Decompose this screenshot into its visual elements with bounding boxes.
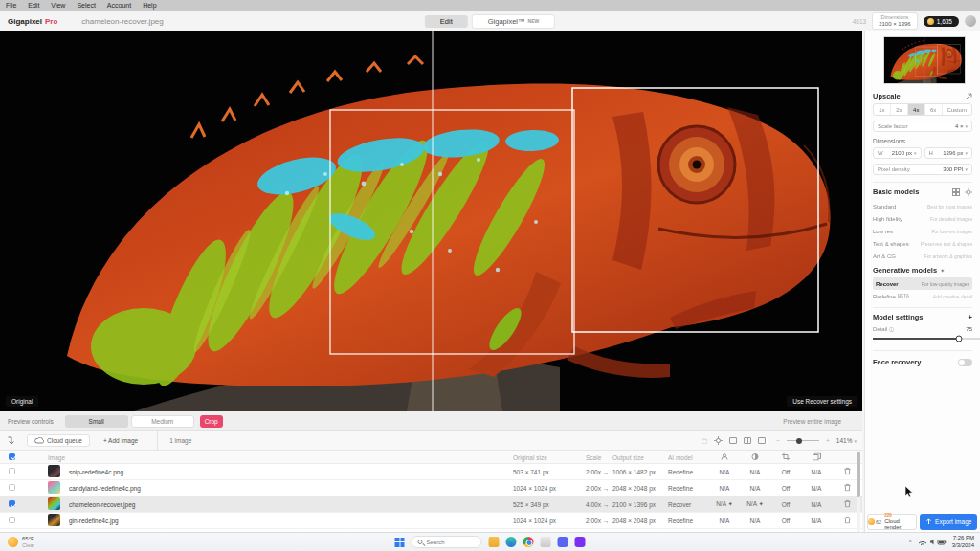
model-standard[interactable]: Standard Best for most images <box>873 200 972 212</box>
chevron-down-icon: ▾ <box>854 438 857 444</box>
table-scrollbar[interactable] <box>857 452 860 532</box>
weather-temp: 65°F <box>22 536 34 542</box>
windows-start-button[interactable] <box>395 538 405 547</box>
trash-icon <box>844 500 851 508</box>
scale-4x-button[interactable]: 4x <box>908 104 925 115</box>
menu-edit[interactable]: Edit <box>28 2 39 9</box>
delete-row-button[interactable] <box>844 517 851 525</box>
export-image-button[interactable]: Export image <box>920 514 977 530</box>
mode-tabs: Edit Gigapixel™ NEW <box>425 14 555 29</box>
side-by-side-view-icon[interactable] <box>758 437 766 444</box>
scale-6x-button[interactable]: 6x <box>925 104 943 115</box>
preview-size-small-button[interactable]: Small <box>65 415 128 428</box>
header-scale: Scale <box>586 453 601 460</box>
zoom-out-button[interactable]: − <box>776 437 780 444</box>
menu-help[interactable]: Help <box>143 2 156 9</box>
table-row[interactable]: gin-redefine4c.jpg 1024 × 1024 px 2.00x … <box>0 513 862 529</box>
crop-button[interactable]: Crop <box>200 415 223 428</box>
zoom-slider[interactable] <box>787 440 819 441</box>
settings-gear-icon[interactable] <box>714 436 723 445</box>
model-text-shapes[interactable]: Text & shapes Preserves text & shapes <box>873 237 972 250</box>
scale-factor-field[interactable]: Scale factor 4 ×▾ <box>873 121 972 132</box>
discord-icon[interactable] <box>558 537 568 547</box>
select-all-checkbox[interactable] <box>9 453 15 460</box>
delete-row-button[interactable] <box>844 468 851 476</box>
export-image-label: Export image <box>935 518 971 525</box>
navigator-thumbnail[interactable] <box>883 36 966 84</box>
credits-pill[interactable]: 1,635 <box>924 16 959 27</box>
cloud-queue-button[interactable]: Cloud queue <box>27 434 90 447</box>
menu-account[interactable]: Account <box>107 2 131 9</box>
zoom-in-button[interactable]: + <box>826 437 830 444</box>
tab-gigapixel[interactable]: Gigapixel™ NEW <box>472 14 555 29</box>
resize-icon[interactable] <box>965 93 972 100</box>
table-row[interactable]: candyland-redefine4c.png 1024 × 1024 px … <box>0 480 862 496</box>
row-versions: N/A <box>808 501 825 508</box>
sort-button[interactable] <box>8 436 15 445</box>
detail-slider[interactable] <box>873 338 980 340</box>
menu-select[interactable]: Select <box>77 2 95 9</box>
taskbar-search[interactable]: Search <box>412 536 482 548</box>
crosshair-icon[interactable] <box>965 188 972 196</box>
height-field[interactable]: H 1396 px▾ <box>924 147 973 159</box>
plus-icon[interactable]: + <box>969 313 972 321</box>
delete-row-button[interactable] <box>844 484 851 493</box>
edge-browser-icon[interactable] <box>506 537 517 547</box>
dimensions-subhead: Dimensions <box>873 138 972 144</box>
table-row[interactable]: snip-redefine4c.png 503 × 741 px 2.00x →… <box>0 464 862 480</box>
row-versions: N/A <box>808 485 825 492</box>
scale-2x-button[interactable]: 2x <box>891 104 908 115</box>
tray-chevron-icon[interactable]: ^ <box>909 540 912 545</box>
app-pro-badge: Pro <box>45 17 57 26</box>
model-art-cg[interactable]: Art & CG For artwork & graphics <box>873 250 972 262</box>
row-checkbox[interactable] <box>9 468 15 474</box>
model-low-res[interactable]: Low res For low-res images <box>873 225 972 237</box>
row-checkbox[interactable] <box>9 484 15 491</box>
image-canvas[interactable]: Original Use Recover settings <box>0 31 862 411</box>
add-image-button[interactable]: + Add image <box>98 435 144 446</box>
header-image: Image <box>48 453 65 460</box>
row-checkbox[interactable] <box>9 517 15 523</box>
scrollbar-thumb[interactable] <box>857 452 860 497</box>
network-volume-battery-icons[interactable] <box>918 538 947 546</box>
chrome-browser-icon[interactable] <box>523 537 534 547</box>
preview-size-medium-button[interactable]: Medium <box>131 415 194 428</box>
zoom-slider-knob[interactable] <box>796 438 802 444</box>
row-filename: snip-redefine4c.png <box>69 469 123 475</box>
model-high-fidelity[interactable]: High fidelity For detailed images <box>873 212 972 225</box>
file-explorer-icon[interactable] <box>489 537 500 547</box>
grid-icon[interactable] <box>952 188 960 196</box>
app-icon[interactable] <box>541 537 551 547</box>
table-row-selected[interactable]: chameleon-recover.jpeg 525 × 349 px 4.00… <box>0 496 862 513</box>
row-original-size: 1024 × 1024 px <box>513 518 556 524</box>
delete-row-button[interactable] <box>844 500 851 509</box>
tab-edit[interactable]: Edit <box>425 15 468 28</box>
pixel-density-value: 300 PPI <box>943 166 963 172</box>
sparkle-icon: ✦ <box>940 267 945 274</box>
scale-custom-button[interactable]: Custom <box>943 104 971 115</box>
image-queue-table: Image Original size Scale Output size AI… <box>0 451 862 532</box>
use-recover-settings-button[interactable]: Use Recover settings <box>787 396 858 407</box>
taskbar-weather-widget[interactable]: 65°F Clear <box>8 536 34 549</box>
sun-icon <box>8 537 18 547</box>
tab-gigapixel-label: Gigapixel™ <box>488 17 525 26</box>
detail-slider-knob[interactable] <box>956 336 963 342</box>
row-checkbox[interactable] <box>9 500 15 507</box>
model-redefine[interactable]: Redefine BETA Add creative detail <box>873 290 972 302</box>
menu-file[interactable]: File <box>6 2 16 9</box>
pixel-density-field[interactable]: Pixel density 300 PPI▾ <box>873 164 972 175</box>
face-recovery-toggle[interactable] <box>958 359 972 366</box>
taskbar-clock[interactable]: 7:26 PM 3/3/2024 <box>952 535 974 549</box>
menu-view[interactable]: View <box>51 2 65 9</box>
scale-1x-button[interactable]: 1x <box>874 104 891 115</box>
split-view-icon[interactable] <box>744 437 751 444</box>
width-field[interactable]: W 2100 px▾ <box>873 147 922 159</box>
single-view-icon[interactable] <box>729 437 737 444</box>
app-name: Gigapixel <box>8 17 42 26</box>
account-avatar[interactable] <box>965 15 976 27</box>
zoom-level-dropdown[interactable]: 141% ▾ <box>836 437 857 444</box>
cloud-render-button[interactable]: 62 220 Cloud render <box>867 514 917 530</box>
model-recover-selected[interactable]: Recover For low-quality images <box>873 277 972 290</box>
preview-entire-image-button[interactable]: Preview entire image <box>783 418 841 425</box>
gigapixel-app-icon[interactable] <box>575 537 586 547</box>
